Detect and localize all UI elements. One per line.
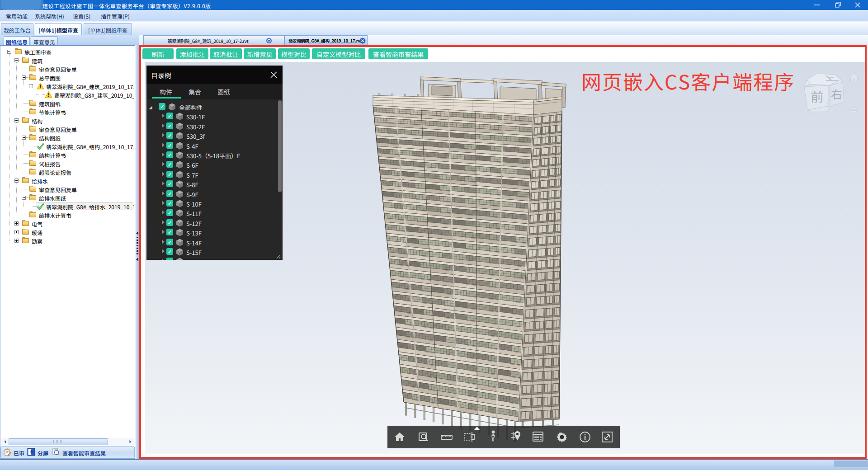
svg-text:前: 前 xyxy=(811,86,824,105)
svg-text:右: 右 xyxy=(831,85,842,102)
